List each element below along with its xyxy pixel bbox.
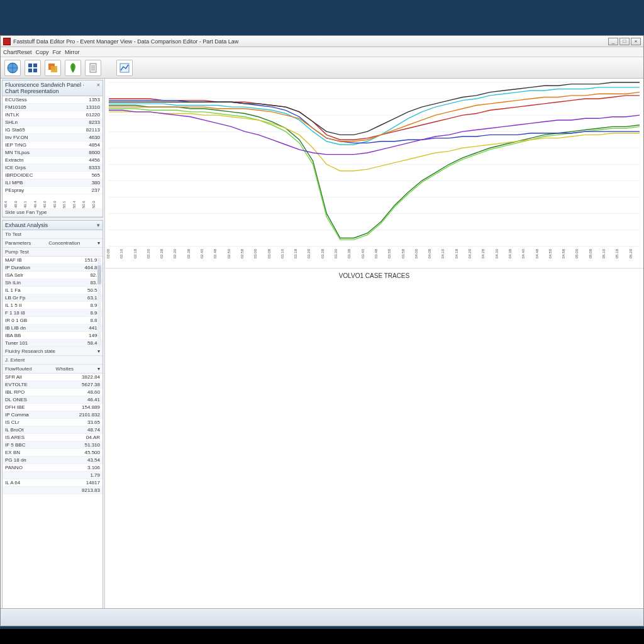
svg-rect-2 bbox=[33, 64, 37, 67]
tick-label: 04.20 bbox=[468, 249, 481, 268]
table-row[interactable]: IBL RPO48.60 bbox=[3, 389, 103, 396]
chevron-down-icon[interactable]: ▾ bbox=[97, 222, 100, 228]
tick-label: 03.40 bbox=[361, 249, 374, 268]
sub-label: J. Extent bbox=[5, 357, 25, 363]
table-row[interactable]: IP Duration464.86 bbox=[3, 264, 103, 272]
param-name: ILI MPB bbox=[3, 179, 62, 187]
table-row[interactable]: IL 1 5 II8.97 bbox=[3, 302, 103, 309]
toolbar bbox=[1, 57, 643, 79]
chart-series[interactable] bbox=[109, 105, 640, 238]
globe-icon[interactable] bbox=[4, 60, 21, 76]
table-row[interactable]: Sh ILin83.9 bbox=[3, 279, 103, 287]
chart-series[interactable] bbox=[109, 112, 640, 171]
param-name: IF 5 BBC bbox=[3, 441, 62, 449]
table-row[interactable]: SHLn8233 bbox=[3, 119, 103, 126]
table-row[interactable]: MAF IB151.98 bbox=[3, 257, 103, 264]
doc-icon[interactable] bbox=[85, 60, 101, 76]
tick-label: 04.00 bbox=[414, 249, 428, 268]
menu-item[interactable]: Mirror bbox=[65, 49, 80, 55]
close-button[interactable]: × bbox=[631, 38, 641, 45]
table-row[interactable]: EVTOLTE5627.38 bbox=[3, 381, 103, 389]
col-header: Parameters bbox=[5, 240, 31, 246]
taskbar[interactable] bbox=[1, 608, 643, 626]
table-row[interactable]: IEP TrNG4854 bbox=[3, 142, 103, 149]
tick-label: 50.6 bbox=[82, 194, 92, 208]
table-row[interactable]: IBRDOIDEC565 bbox=[3, 172, 103, 179]
table-row[interactable]: ISA Selr82.7 bbox=[3, 272, 103, 279]
param-value: 8233 bbox=[62, 119, 103, 126]
table-row[interactable]: LB Gr Fp63.13 bbox=[3, 294, 103, 302]
param-value: 61220 bbox=[62, 111, 103, 119]
maximize-button[interactable]: □ bbox=[619, 38, 630, 45]
param-name: EX BN bbox=[3, 449, 62, 457]
table-row[interactable]: IL A 6414817 bbox=[3, 479, 103, 487]
table-row[interactable]: 1.79 bbox=[3, 472, 103, 479]
table-row[interactable]: ILI MPB380 bbox=[3, 179, 103, 187]
panel-close-icon[interactable]: × bbox=[97, 82, 100, 94]
chevron-down-icon[interactable]: ▾ bbox=[97, 366, 100, 372]
param-value: 380 bbox=[62, 179, 103, 187]
param-value: 3.106 bbox=[62, 464, 103, 472]
param-value: 82113 bbox=[62, 126, 103, 134]
chevron-down-icon[interactable]: ▾ bbox=[97, 240, 100, 246]
table-row[interactable]: PG 18 dn43.54 bbox=[3, 457, 103, 464]
table-row[interactable]: IL BroOt48.74 bbox=[3, 426, 103, 434]
tick-label: 50.1 bbox=[62, 194, 72, 208]
param-value: 48.60 bbox=[62, 389, 103, 396]
param-value: 46.41 bbox=[62, 396, 103, 404]
param-name: MAF IB bbox=[3, 257, 62, 264]
chart-icon[interactable] bbox=[116, 60, 133, 76]
scrollbar-thumb[interactable] bbox=[97, 265, 101, 284]
table-row[interactable]: IF 5 BBC51.310 bbox=[3, 441, 103, 449]
tick-label: 02.10 bbox=[119, 249, 133, 268]
table-row[interactable]: Tuner 10158.46 bbox=[3, 340, 103, 347]
table-row[interactable]: DFH IBE154.889 bbox=[3, 404, 103, 411]
table-row[interactable]: ECUSess1353 bbox=[3, 96, 103, 104]
table-row[interactable]: PANNO3.106 bbox=[3, 464, 103, 472]
table-row[interactable]: 8213.83 bbox=[3, 487, 103, 494]
param-value: 1353 bbox=[62, 96, 103, 104]
tick-label: 02.30 bbox=[173, 249, 186, 268]
table-row[interactable]: ICE Grps8333 bbox=[3, 164, 103, 172]
table-row[interactable]: DL ONES46.41 bbox=[3, 396, 103, 404]
param-name: IP Comma bbox=[3, 411, 62, 419]
panel-exhaust: Exhaust Analysis ▾ Tb Test Parameters Co… bbox=[2, 220, 103, 625]
minimize-button[interactable]: _ bbox=[608, 38, 618, 45]
overlay-icon[interactable] bbox=[45, 60, 61, 76]
param-name: DFH IBE bbox=[3, 404, 62, 411]
table-row[interactable]: IBA BB1490 bbox=[3, 332, 103, 340]
param-name: IS ARES bbox=[3, 434, 62, 441]
table-row[interactable]: F 1 18 I88.98 bbox=[3, 309, 103, 317]
param-name: INTLK bbox=[3, 111, 62, 119]
table-row[interactable]: IP Comma2101.832 bbox=[3, 411, 103, 419]
table-row[interactable]: SFR All3822.84 bbox=[3, 374, 103, 381]
param-name: IEP TrNG bbox=[3, 142, 62, 149]
table-row[interactable]: Extractn4456 bbox=[3, 157, 103, 164]
group-label: Fluidry Research state bbox=[5, 348, 55, 354]
chevron-down-icon[interactable]: ▾ bbox=[97, 348, 100, 354]
tick-label: 03.50 bbox=[387, 249, 401, 268]
table-row[interactable]: IS CLr33.65 bbox=[3, 419, 103, 426]
table-row[interactable]: IS ARES04.AR bbox=[3, 434, 103, 441]
menu-item[interactable]: Copy bbox=[36, 49, 49, 55]
table-row[interactable]: IG Sta6582113 bbox=[3, 126, 103, 134]
table-row[interactable]: IB LIB dn4416 bbox=[3, 325, 103, 332]
panel-header[interactable]: Exhaust Analysis ▾ bbox=[3, 221, 103, 230]
titlebar[interactable]: Faststuff Data Editor Pro - Event Manage… bbox=[1, 36, 643, 47]
table-row[interactable]: MN TILpos8600 bbox=[3, 149, 103, 157]
param-value: 237 bbox=[62, 187, 103, 194]
group-label: Pump Test bbox=[5, 249, 29, 255]
table-row[interactable]: EX BN45.500 bbox=[3, 449, 103, 457]
table-row[interactable]: IL 1 Fa50.54 bbox=[3, 287, 103, 294]
table-row[interactable]: INTLK61220 bbox=[3, 111, 103, 119]
leaf-icon[interactable] bbox=[65, 60, 81, 76]
menu-item[interactable]: For bbox=[53, 49, 62, 55]
table-row[interactable]: Inv FV.ON4630 bbox=[3, 134, 103, 142]
grid-icon[interactable] bbox=[25, 60, 41, 76]
table-row[interactable]: FM1010513310 bbox=[3, 104, 103, 111]
table-row[interactable]: IR 0 1 GB8.81 bbox=[3, 317, 103, 325]
panel-header[interactable]: Fluorescence Sandwich Panel · Chart Repr… bbox=[3, 80, 103, 96]
menu-item[interactable]: ChartReset bbox=[3, 49, 32, 55]
line-chart[interactable] bbox=[105, 79, 643, 268]
table-row[interactable]: PEspray237 bbox=[3, 187, 103, 194]
